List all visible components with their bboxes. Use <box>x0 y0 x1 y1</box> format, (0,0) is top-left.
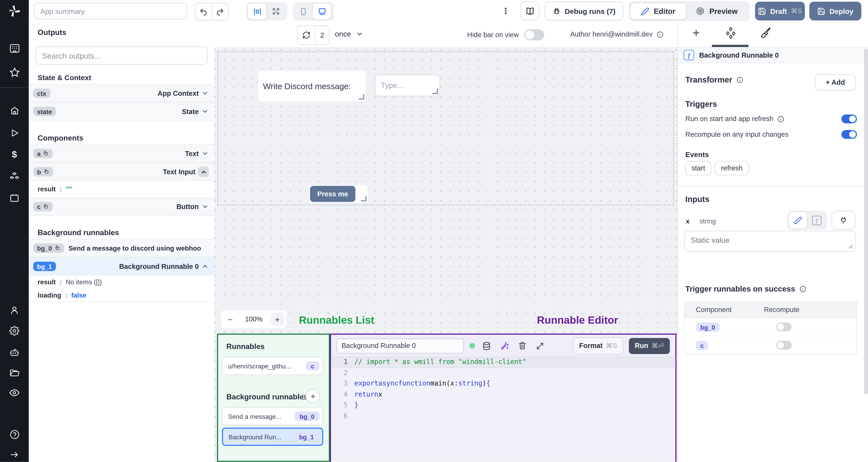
resize-handle[interactable] <box>432 89 438 94</box>
schedule-dropdown[interactable]: once <box>335 30 363 38</box>
chevron-up-icon[interactable] <box>198 166 209 177</box>
author-label: Author henri@windmill.dev <box>570 31 653 38</box>
align-center-button[interactable] <box>248 3 267 20</box>
draft-button[interactable]: Draft ⌘S <box>755 2 805 21</box>
desktop-view-button[interactable] <box>312 3 332 20</box>
sidebar-item-home[interactable] <box>0 102 29 119</box>
undo-button[interactable] <box>195 3 212 20</box>
tab-settings-active[interactable] <box>724 27 737 39</box>
run-button[interactable]: Run ⌘⏎ <box>629 338 670 354</box>
input-name: x <box>686 218 689 225</box>
code-line[interactable]: 4 return x <box>331 389 676 400</box>
fit-view-button[interactable] <box>267 3 285 20</box>
app-summary-input[interactable]: App summary <box>34 3 187 20</box>
sidebar-item-settings[interactable] <box>0 323 29 339</box>
code-line[interactable]: 1// import * as wmill from "windmill-cli… <box>331 357 676 368</box>
app-canvas[interactable]: Write Discord message: Type... Press me … <box>214 47 678 462</box>
output-row-bg0[interactable]: bg_0 Send a message to discord using web… <box>29 239 214 257</box>
tab-editor[interactable]: Editor <box>630 2 686 20</box>
zoom-out-button[interactable]: − <box>224 312 237 326</box>
event-start-button[interactable]: start <box>685 161 711 175</box>
mobile-view-button[interactable] <box>294 3 312 20</box>
docs-button[interactable] <box>520 2 539 21</box>
sidebar-item-runs[interactable] <box>0 125 29 141</box>
runnable-name-input[interactable]: Background Runnable 0 <box>337 338 464 353</box>
home-icon <box>9 106 20 116</box>
code-line[interactable]: 5} <box>331 400 676 411</box>
ai-assist-button[interactable] <box>498 341 510 351</box>
code-line[interactable]: 6 <box>331 411 676 422</box>
comp-b-result-row[interactable]: result: "" <box>29 181 214 198</box>
database-icon <box>482 341 491 351</box>
sidebar-item-workers[interactable] <box>0 343 29 360</box>
button-component[interactable]: Press me <box>310 186 355 202</box>
sidebar-item-resources[interactable] <box>0 168 29 185</box>
sidebar-item-audit[interactable] <box>0 385 29 401</box>
component-badge[interactable]: c <box>696 341 708 350</box>
sidebar-item-schedules[interactable] <box>0 190 29 206</box>
sidebar-item-favorites[interactable] <box>0 64 29 80</box>
tab-insert[interactable] <box>691 28 701 38</box>
output-row-bg1[interactable]: bg_1 Background Runnable 0 <box>29 257 214 275</box>
connect-input-button[interactable] <box>831 211 855 230</box>
add-transformer-button[interactable]: + Add <box>815 74 856 91</box>
collapse-rail-button[interactable] <box>0 446 29 462</box>
recompute-toggle-bg0[interactable] <box>776 323 792 331</box>
text-component[interactable]: Write Discord message: <box>258 71 366 101</box>
search-outputs-input[interactable]: Search outputs... <box>35 46 208 65</box>
bg1-result-row[interactable]: result: No items ([]) <box>29 275 214 289</box>
format-button[interactable]: Format ⌘S <box>573 337 623 354</box>
runnable-item-bg0[interactable]: Send a message... bg_0 <box>222 407 323 425</box>
eval-mode-button[interactable]: ƒ <box>808 212 826 229</box>
tab-theme[interactable] <box>760 27 771 38</box>
delete-runnable-button[interactable] <box>516 341 528 350</box>
sidebar-item-variables[interactable]: $ <box>0 146 29 163</box>
static-mode-button[interactable] <box>788 211 808 229</box>
sidebar-item-folders[interactable] <box>0 364 29 381</box>
windmill-logo[interactable] <box>0 0 29 22</box>
chevron-down-icon <box>356 31 363 38</box>
more-menu-button[interactable]: ⋮ <box>501 6 510 16</box>
output-row-comp-c[interactable]: c Button <box>29 198 214 216</box>
component-badge[interactable]: bg_0 <box>696 323 719 332</box>
run-on-start-toggle[interactable] <box>841 114 857 123</box>
output-row-comp-a[interactable]: a Text <box>29 144 214 163</box>
cache-button[interactable] <box>480 341 493 351</box>
textinput-component[interactable]: Type... <box>375 75 440 96</box>
debug-runs-button[interactable]: Debug runs (7) <box>545 2 623 21</box>
output-row-ctx[interactable]: ctx App Context <box>29 84 214 102</box>
scrollbar-thumb[interactable] <box>864 48 868 394</box>
resize-handle[interactable] <box>359 94 364 100</box>
event-refresh-button[interactable]: refresh <box>715 161 749 175</box>
refresh-app-button[interactable] <box>298 26 315 44</box>
expand-editor-button[interactable] <box>534 341 546 350</box>
redo-button[interactable] <box>211 3 228 20</box>
tab-preview[interactable]: Preview <box>686 3 747 19</box>
code-lines: 1// import * as wmill from "windmill-cli… <box>331 357 676 422</box>
code-token: return <box>354 389 378 400</box>
output-row-comp-b[interactable]: b Text Input <box>29 163 214 181</box>
calendar-icon <box>9 193 20 203</box>
code-editor[interactable]: 1// import * as wmill from "windmill-cli… <box>331 357 676 462</box>
draft-shortcut: ⌘S <box>791 7 802 15</box>
zoom-in-button[interactable]: + <box>271 312 284 326</box>
help-button[interactable] <box>0 426 29 442</box>
output-row-state[interactable]: state State <box>29 102 214 121</box>
code-line[interactable]: 2 <box>331 368 676 378</box>
resize-handle[interactable] <box>361 196 367 201</box>
hide-bar-toggle[interactable] <box>524 29 544 40</box>
static-value-textarea[interactable]: Static value <box>684 231 856 252</box>
recompute-label: Recompute on any input changes <box>685 131 788 138</box>
deploy-button[interactable]: Deploy <box>809 2 861 21</box>
bg1-loading-row[interactable]: loading: false <box>29 289 214 302</box>
recompute-toggle[interactable] <box>841 130 857 139</box>
code-line[interactable]: 3export async function main(x: string) { <box>331 378 676 389</box>
sidebar-item-apps[interactable] <box>0 40 29 57</box>
sidebar-item-users[interactable] <box>0 302 29 319</box>
textarea-resize-icon[interactable] <box>848 244 853 249</box>
add-background-runnable-button[interactable] <box>306 389 320 403</box>
runnable-item-c[interactable]: u/henri/scrape_githu... c <box>222 357 323 375</box>
recompute-toggle-c[interactable] <box>776 341 792 350</box>
bg1-label: Background Runnable 0 <box>119 262 199 270</box>
runnable-item-bg1-selected[interactable]: Background Run... bg_1 <box>222 428 323 446</box>
